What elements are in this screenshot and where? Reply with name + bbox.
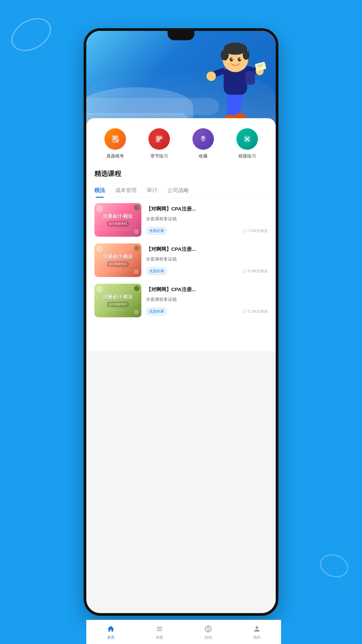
course-thumb-3: 注册会计-税法 会计初级考试 bbox=[94, 284, 141, 317]
shoucang-icon bbox=[192, 128, 214, 150]
zhangji-label: 章节练习 bbox=[150, 153, 168, 159]
action-zhangji[interactable]: ! 章节练习 bbox=[148, 128, 170, 159]
cuoti-label: 错题练习 bbox=[238, 153, 256, 159]
svg-point-19 bbox=[231, 58, 233, 59]
quick-actions-grid: 真题模考 ! 章节练习 bbox=[86, 118, 276, 166]
svg-rect-1 bbox=[227, 91, 234, 118]
svg-rect-27 bbox=[156, 137, 162, 137]
svg-point-8 bbox=[207, 72, 216, 81]
thumb-subtitle-1: 会计初级考试 bbox=[107, 221, 129, 227]
play-icon-1: ▷ bbox=[243, 229, 247, 233]
phone-screen: 真题模考 ! 章节练习 bbox=[86, 31, 276, 613]
thumb-title-1: 注册会计-税法 bbox=[103, 213, 133, 219]
thumb-subtitle-2: 会计初级考试 bbox=[107, 261, 129, 267]
course-meta-1: 优质好课 ▷ 7.5W次播放 bbox=[146, 227, 268, 235]
zhangji-icon: ! bbox=[148, 128, 170, 150]
thumb-title-3: 注册会计-税法 bbox=[103, 294, 133, 300]
svg-point-16 bbox=[243, 50, 250, 60]
main-content: 真题模考 ! 章节练习 bbox=[86, 118, 276, 351]
course-info-3: 【对啊网】CPA注册... 全套课程拿证稳 优质好课 ▷ 5.2W次播放 bbox=[146, 284, 268, 317]
svg-rect-24 bbox=[113, 138, 118, 138]
selected-courses-section: 精选课程 bbox=[86, 166, 276, 187]
svg-rect-28 bbox=[156, 138, 162, 139]
svg-point-20 bbox=[239, 58, 241, 59]
thumb-title-2: 注册会计-税法 bbox=[103, 254, 133, 260]
play-icon-3: ▷ bbox=[243, 310, 247, 314]
course-card-2[interactable]: 注册会计-税法 会计初级考试 【对啊网】CPA注册... 全套课程拿证稳 优质好… bbox=[94, 243, 268, 277]
course-thumb-1: 注册会计-税法 会计初级考试 bbox=[94, 203, 141, 237]
course-subtitle-3: 全套课程拿证稳 bbox=[146, 296, 268, 303]
svg-point-41 bbox=[134, 286, 139, 291]
action-shoucang[interactable]: 收藏 bbox=[192, 128, 214, 159]
zhenti-icon bbox=[104, 128, 126, 150]
section-title: 精选课程 bbox=[94, 169, 268, 178]
course-info-2: 【对啊网】CPA注册... 全套课程拿证稳 优质好课 ▷ 6.9W次播放 bbox=[146, 243, 268, 277]
tab-chengben[interactable]: 成本管理 bbox=[115, 187, 137, 197]
zhenti-label: 真题模考 bbox=[106, 153, 124, 159]
svg-point-34 bbox=[202, 136, 204, 139]
course-title-1: 【对啊网】CPA注册... bbox=[146, 205, 268, 212]
svg-point-40 bbox=[134, 245, 139, 251]
svg-rect-30 bbox=[156, 141, 160, 141]
phone-container: 真题模考 ! 章节练习 bbox=[84, 28, 278, 616]
banner-character bbox=[202, 38, 269, 125]
tab-gongsi[interactable]: 公司战略 bbox=[168, 187, 189, 197]
action-zhenti[interactable]: 真题模考 bbox=[104, 128, 126, 159]
course-meta-3: 优质好课 ▷ 5.2W次播放 bbox=[146, 308, 268, 315]
cuoti-icon bbox=[236, 128, 258, 150]
course-subtitle-2: 全套课程拿证稳 bbox=[146, 256, 268, 262]
svg-point-18 bbox=[238, 57, 241, 61]
svg-point-31 bbox=[160, 139, 164, 143]
tab-shuifa[interactable]: 税法 bbox=[94, 187, 105, 197]
svg-point-15 bbox=[221, 50, 229, 60]
play-count-1: ▷ 7.5W次播放 bbox=[243, 228, 268, 233]
course-badge-3: 优质好课 bbox=[146, 308, 167, 315]
svg-text:!: ! bbox=[161, 140, 162, 143]
course-tabs: 税法 成本管理 审计 公司战略 bbox=[86, 187, 276, 198]
svg-rect-21 bbox=[245, 71, 255, 85]
course-badge-2: 优质好课 bbox=[146, 267, 167, 275]
svg-rect-25 bbox=[113, 139, 116, 140]
course-badge-1: 优质好课 bbox=[146, 227, 167, 235]
course-title-2: 【对啊网】CPA注册... bbox=[146, 245, 268, 252]
svg-point-39 bbox=[134, 205, 136, 207]
course-card-3[interactable]: 注册会计-税法 会计初级考试 【对啊网】CPA注册... 全套课程拿证稳 优质好… bbox=[94, 284, 268, 317]
svg-rect-23 bbox=[113, 136, 118, 137]
play-count-3: ▷ 5.2W次播放 bbox=[243, 309, 268, 314]
tab-shenji[interactable]: 审计 bbox=[147, 187, 157, 197]
shoucang-label: 收藏 bbox=[199, 153, 208, 159]
thumb-subtitle-3: 会计初级考试 bbox=[107, 302, 129, 307]
play-count-2: ▷ 6.9W次播放 bbox=[243, 269, 268, 274]
hero-banner bbox=[86, 31, 276, 125]
course-subtitle-1: 全套课程拿证稳 bbox=[146, 216, 268, 222]
svg-point-17 bbox=[230, 57, 233, 61]
course-thumb-2: 注册会计-税法 会计初级考试 bbox=[94, 243, 141, 277]
play-icon-2: ▷ bbox=[243, 269, 247, 273]
course-title-3: 【对啊网】CPA注册... bbox=[146, 286, 268, 293]
course-list: 注册会计-税法 会计初级考试 【对啊网】CPA注册... 全套课程拿证稳 bbox=[86, 203, 276, 317]
svg-rect-29 bbox=[156, 139, 161, 140]
course-info-1: 【对啊网】CPA注册... 全套课程拿证稳 优质好课 ▷ 7.5W次播放 bbox=[146, 203, 268, 237]
action-cuoti[interactable]: 错题练习 bbox=[236, 128, 258, 159]
course-meta-2: 优质好课 ▷ 6.9W次播放 bbox=[146, 267, 268, 275]
course-card-1[interactable]: 注册会计-税法 会计初级考试 【对啊网】CPA注册... 全套课程拿证稳 bbox=[94, 203, 268, 237]
